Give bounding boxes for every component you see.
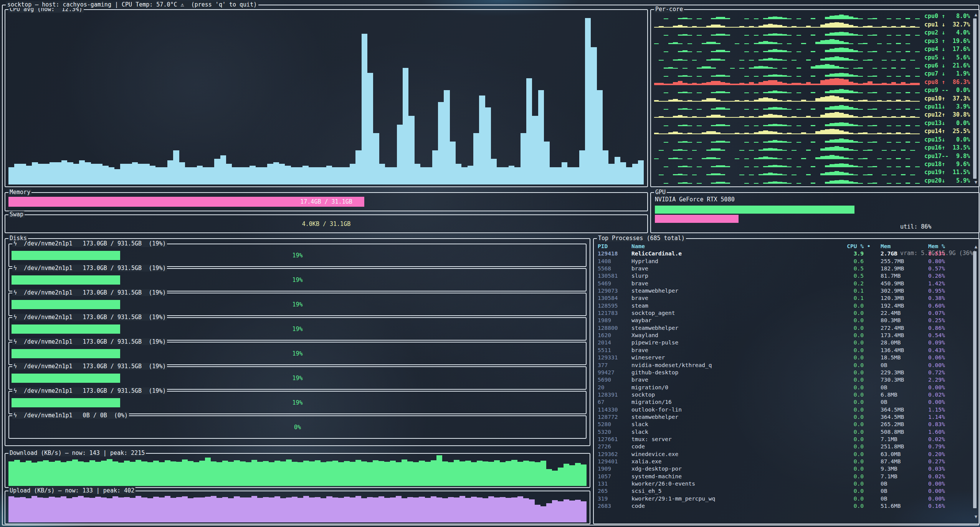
process-row[interactable]: 128772steamwebhelper0.0364.5MB1.14% [598, 413, 970, 421]
column-header[interactable]: Mem [875, 243, 924, 250]
histogram-bar [552, 471, 558, 486]
sparkline-bar [825, 129, 830, 134]
scroll-up-icon[interactable]: ▲ [975, 12, 977, 17]
process-row[interactable]: 2014pipewire-pulse0.028.0MB0.09% [598, 339, 970, 346]
disk-gauge-label: 19% [12, 277, 583, 283]
sparkline-bar [711, 115, 716, 118]
histogram-bar [107, 459, 112, 486]
process-row[interactable]: 2683code0.051.6MB0.16% [598, 502, 970, 510]
histogram-bar [459, 496, 465, 522]
column-header[interactable]: PID [598, 243, 631, 250]
scroll-down-icon[interactable]: ▼ [975, 180, 977, 184]
disk-box: ϟ /dev/nvme2n1p1 173.0GB / 931.5GB (19%)… [8, 391, 587, 414]
process-row[interactable]: 1909xdg-desktop-por0.09.3MB0.03% [598, 465, 970, 473]
column-header[interactable]: • [864, 243, 875, 250]
process-row[interactable]: 1057systemd-machine0.07.1MB0.02% [598, 473, 970, 480]
sparkline-bar [830, 23, 834, 28]
sparkline-bar [839, 57, 844, 61]
process-row[interactable]: 1989waybar0.080.3MB0.25% [598, 317, 970, 324]
histogram-bar [49, 462, 55, 486]
histogram-bar [485, 107, 491, 184]
process-row[interactable]: 99427github-desktop0.0229.3MB0.72% [598, 369, 970, 376]
sparkline-bar [763, 41, 768, 44]
column-header[interactable]: Name [631, 243, 824, 250]
sparkline-bar [844, 173, 848, 175]
process-row[interactable]: 5511brave0.0136.4MB0.43% [598, 347, 970, 354]
disk-gauge-label: 19% [12, 399, 583, 406]
histogram-bar [91, 164, 97, 184]
sparkline-bar [716, 25, 721, 28]
proc-scroll-up-icon[interactable]: ▲ [975, 244, 977, 249]
process-row[interactable]: 5280slack0.0265.2MB0.83% [598, 421, 970, 428]
disk-gauge: 19% [12, 398, 583, 407]
process-row[interactable]: 1620Xwayland0.0173.4MB0.54% [598, 332, 970, 339]
process-row[interactable]: 319kworker/29:1-mm_percpu_wq0.00B0.00% [598, 495, 970, 502]
process-row[interactable]: 130581slurp0.581.7MB0.26% [598, 272, 970, 280]
process-row[interactable]: 129073steamwebhelper0.1302.9MB0.95% [598, 287, 970, 295]
column-header[interactable]: Mem % [924, 243, 970, 250]
sparkline-bar [849, 181, 853, 184]
column-header[interactable]: CPU % [824, 243, 864, 250]
process-row[interactable]: 5469brave0.2450.9MB1.42% [598, 280, 970, 287]
process-row[interactable]: 20migration/00.00B0.00% [598, 384, 970, 391]
histogram-bar [506, 498, 511, 522]
process-row[interactable]: 5568brave0.5182.9MB0.57% [598, 265, 970, 272]
process-row[interactable]: 129331wineserver0.018.5MB0.06% [598, 354, 970, 361]
sparkline-bar [664, 183, 668, 184]
sparkline-bar [763, 156, 768, 159]
sparkline-bar [773, 99, 777, 102]
histogram-bar [155, 167, 161, 184]
histogram-bar [471, 497, 477, 522]
sparkline-bar [777, 25, 782, 28]
sparkline-bar [835, 22, 839, 28]
core-sparkline [654, 52, 920, 60]
process-row[interactable]: 127661tmux: server0.07.1MB0.02% [598, 436, 970, 443]
disk-title: ϟ /dev/nvme2n1p1 173.0GB / 931.5GB (19%) [12, 387, 167, 394]
histogram-bar [170, 461, 176, 486]
process-scrollbar[interactable] [973, 251, 977, 508]
disk-gauge: 19% [12, 324, 583, 334]
process-row[interactable]: 114330outlook-for-lin0.0364.5MB1.15% [598, 406, 970, 413]
process-row[interactable]: 129418RelicCardinal.e3.92.7GB8.53% [598, 250, 970, 257]
sparkline-bar [849, 49, 853, 52]
process-row[interactable]: 265scsi_eh_50.00B0.00% [598, 487, 970, 495]
core-sparkline [654, 19, 920, 27]
process-row[interactable]: 121783socktop_agent0.022.4MB0.07% [598, 310, 970, 317]
process-row[interactable]: 128595steam0.0192.4MB0.60% [598, 302, 970, 310]
histogram-bar [396, 496, 402, 522]
process-row[interactable]: 130584brave0.1120.3MB0.38% [598, 295, 970, 302]
sparkline-bar [768, 114, 773, 118]
core-label-cpu17: cpu17--9.8% [924, 152, 973, 160]
histogram-bar [165, 460, 170, 486]
histogram-bar [173, 150, 179, 184]
sparkline-bar [915, 183, 920, 184]
histogram-bar [211, 496, 216, 522]
sparkline-bar [830, 96, 834, 102]
process-row[interactable]: 131kworker/26:0-events0.00B0.00% [598, 480, 970, 487]
process-row[interactable]: 128391socktop0.06.8MB0.02% [598, 391, 970, 399]
process-row[interactable]: 2726code0.0251.8MB0.79% [598, 443, 970, 450]
histogram-bar [26, 498, 31, 522]
process-row[interactable]: 128800steamwebhelper0.0272.4MB0.86% [598, 324, 970, 332]
histogram-bar [79, 160, 85, 184]
per-core-scrollbar[interactable] [973, 18, 977, 179]
proc-scroll-down-icon[interactable]: ▼ [975, 514, 977, 519]
sparkline-bar [721, 182, 725, 184]
sparkline-bar [759, 98, 763, 102]
process-row[interactable]: 5690brave0.0730.3MB2.29% [598, 376, 970, 384]
histogram-bar [285, 166, 291, 184]
sparkline-bar [716, 182, 721, 184]
process-row[interactable]: 1408Hyprland0.6255.7MB0.80% [598, 258, 970, 265]
process-row[interactable]: 129362winedevice.exe0.063.0MB0.20% [598, 451, 970, 458]
core-sparkline [654, 175, 920, 183]
process-row[interactable]: 129401xalia.exe0.087.4MB0.27% [598, 458, 970, 465]
histogram-bar [569, 501, 575, 522]
core-sparkline [654, 126, 920, 134]
process-row[interactable]: 5320slack0.0508.8MB1.60% [598, 428, 970, 436]
process-row[interactable]: 377nvidia-modeset/kthread_q0.00B0.00% [598, 362, 970, 369]
process-row[interactable]: 67migration/160.00B0.00% [598, 399, 970, 406]
histogram-bar [562, 162, 567, 184]
sparkline-bar [835, 56, 839, 61]
histogram-bar [385, 167, 391, 184]
disk-gauge-label: 19% [12, 301, 583, 308]
